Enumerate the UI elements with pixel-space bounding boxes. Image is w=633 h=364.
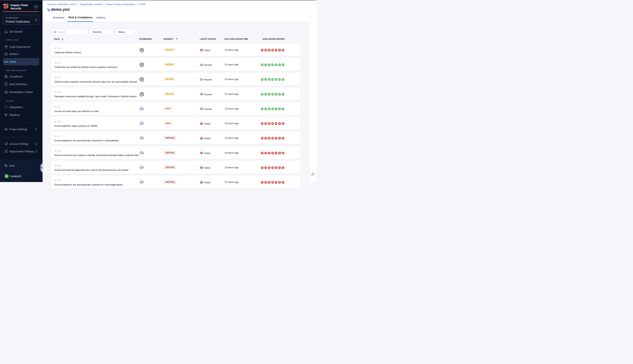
svg-text:?: ? — [5, 164, 6, 166]
svg-text:CIS: CIS — [140, 166, 144, 169]
svg-text:CIS: CIS — [140, 137, 144, 139]
svg-text:CIS: CIS — [140, 108, 144, 110]
svg-text:CIS: CIS — [140, 152, 144, 154]
svg-text:CIS: CIS — [140, 122, 144, 125]
svg-text:CIS: CIS — [140, 181, 144, 182]
